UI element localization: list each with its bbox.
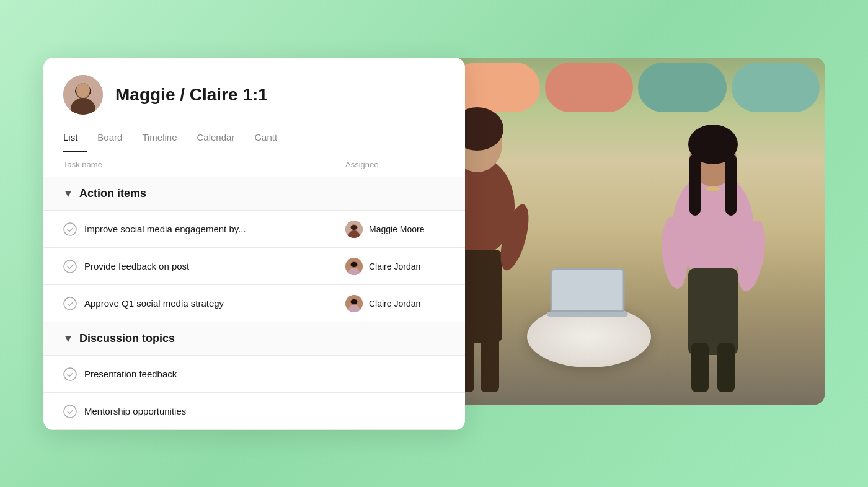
- assignee-cell-4: [335, 366, 465, 383]
- assignee-cell-5: [335, 403, 465, 420]
- task-cell-3: Approve Q1 social media strategy: [43, 288, 335, 319]
- col-assignee-header: Assignee: [335, 152, 465, 177]
- tab-gantt[interactable]: Gantt: [244, 127, 287, 152]
- svg-point-33: [351, 262, 358, 267]
- svg-point-41: [64, 405, 76, 418]
- assignee-avatar-3: [345, 295, 363, 312]
- task-name: Approve Q1 social media strategy: [84, 298, 224, 309]
- avatar: [63, 75, 103, 115]
- assignee-name-3: Claire Jordan: [369, 299, 420, 309]
- person-right-silhouette: [626, 95, 800, 405]
- table-row[interactable]: Provide feedback on post Claire Jordan: [43, 248, 465, 285]
- task-cell-4: Presentation feedback: [43, 359, 335, 390]
- svg-rect-12: [689, 154, 701, 216]
- tabs-container: List Board Timeline Calendar Gantt: [43, 115, 465, 152]
- section-action-items[interactable]: ▼ Action items: [43, 177, 465, 211]
- svg-point-14: [706, 186, 720, 191]
- col-task-header: Task name: [43, 152, 335, 177]
- assignee-cell-2: Claire Jordan: [335, 249, 465, 284]
- check-circle-icon: [63, 367, 77, 381]
- task-name: Improve social media engagement by...: [84, 224, 246, 234]
- check-circle-icon: [63, 260, 77, 273]
- assignee-name-2: Claire Jordan: [369, 261, 420, 271]
- table-row[interactable]: Approve Q1 social media strategy Claire …: [43, 285, 465, 322]
- svg-rect-16: [691, 343, 709, 392]
- svg-point-25: [64, 223, 76, 235]
- table-header: Task name Assignee: [43, 152, 465, 177]
- tab-timeline[interactable]: Timeline: [132, 127, 187, 152]
- svg-point-30: [64, 260, 76, 273]
- task-cell-5: Mentorship opportunities: [43, 396, 335, 427]
- task-name: Mentorship opportunities: [84, 406, 186, 416]
- task-cell-1: Improve social media engagement by...: [43, 214, 335, 245]
- project-title: Maggie / Claire 1:1: [115, 85, 268, 105]
- task-name: Provide feedback on post: [84, 261, 189, 271]
- check-circle-icon: [63, 405, 77, 418]
- tab-list[interactable]: List: [63, 127, 87, 152]
- card-header: Maggie / Claire 1:1: [43, 58, 465, 115]
- svg-rect-17: [717, 343, 735, 392]
- svg-rect-13: [725, 154, 737, 216]
- task-card: Maggie / Claire 1:1 List Board Timeline …: [43, 58, 465, 430]
- main-container: Maggie / Claire 1:1 List Board Timeline …: [43, 58, 825, 442]
- check-circle-icon: [63, 222, 77, 236]
- section-discussion-topics-title: Discussion topics: [79, 332, 175, 345]
- assignee-cell-1: Maggie Moore: [335, 212, 465, 247]
- svg-point-35: [64, 297, 76, 310]
- round-table: [527, 305, 651, 367]
- tab-calendar[interactable]: Calendar: [187, 127, 245, 152]
- laptop-base: [547, 312, 628, 317]
- assignee-avatar-1: [345, 221, 363, 238]
- svg-point-38: [351, 299, 358, 304]
- chevron-down-icon: ▼: [63, 189, 73, 199]
- section-action-items-title: Action items: [79, 187, 146, 200]
- chevron-down-icon: ▼: [63, 334, 73, 344]
- avatar-image: [63, 75, 103, 115]
- section-discussion-topics[interactable]: ▼ Discussion topics: [43, 322, 465, 356]
- svg-point-24: [76, 83, 90, 98]
- check-circle-icon: [63, 297, 77, 310]
- table-row[interactable]: Improve social media engagement by... Ma…: [43, 211, 465, 248]
- task-name: Presentation feedback: [84, 369, 177, 379]
- assignee-avatar-2: [345, 258, 363, 275]
- laptop-screen: [551, 268, 625, 312]
- tab-board[interactable]: Board: [87, 127, 132, 152]
- svg-point-40: [64, 368, 76, 380]
- svg-rect-15: [688, 268, 738, 355]
- svg-point-28: [351, 225, 358, 230]
- svg-rect-6: [480, 330, 499, 392]
- assignee-cell-3: Claire Jordan: [335, 286, 465, 321]
- task-cell-2: Provide feedback on post: [43, 251, 335, 282]
- assignee-name-1: Maggie Moore: [369, 224, 425, 234]
- table-row[interactable]: Mentorship opportunities: [43, 393, 465, 430]
- table-row[interactable]: Presentation feedback: [43, 356, 465, 393]
